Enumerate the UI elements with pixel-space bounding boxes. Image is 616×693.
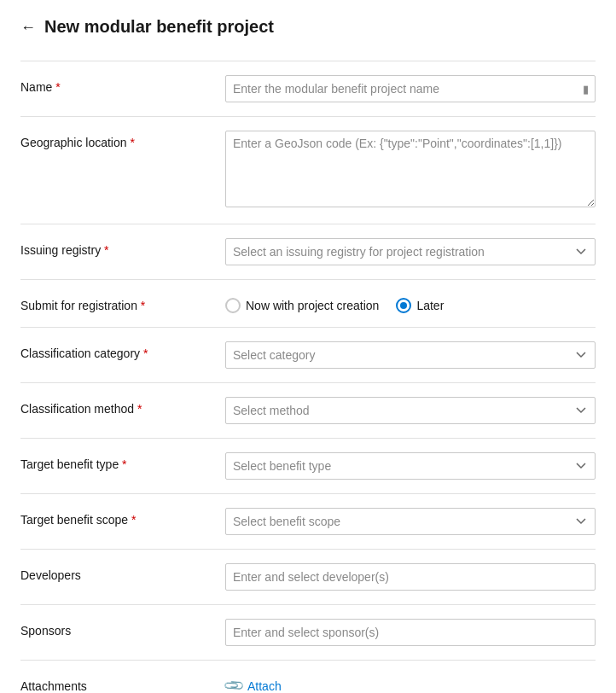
form: Name * ▮ Geographic location *: [20, 61, 596, 693]
classification-method-label: Classification method *: [20, 397, 225, 416]
geographic-required: *: [130, 136, 134, 149]
issuing-registry-row: Issuing registry * Select an issuing reg…: [20, 224, 596, 280]
page-title: New modular benefit project: [44, 17, 274, 37]
classification-category-row: Classification category * Select categor…: [20, 328, 596, 383]
name-label: Name *: [20, 75, 225, 94]
target-benefit-scope-control: Select benefit scope: [225, 508, 596, 535]
submit-registration-control: Now with project creation Later: [225, 294, 596, 313]
back-button[interactable]: ←: [20, 20, 36, 35]
radio-later-label: Later: [416, 299, 444, 312]
sponsors-label: Sponsors: [20, 619, 225, 638]
classification-category-control: Select category: [225, 341, 596, 369]
issuing-registry-control: Select an issuing registry for project r…: [225, 238, 596, 265]
target-benefit-type-control: Select benefit type: [225, 452, 596, 480]
sponsors-control: [225, 619, 596, 646]
radio-now[interactable]: Now with project creation: [225, 298, 379, 313]
target-benefit-scope-row: Target benefit scope * Select benefit sc…: [20, 494, 596, 550]
classification-method-select[interactable]: Select method: [225, 397, 596, 424]
developers-row: Developers: [20, 550, 596, 605]
attach-button[interactable]: Attach: [247, 679, 282, 693]
submit-required: *: [141, 299, 145, 312]
radio-later-circle: [396, 298, 411, 313]
issuing-registry-select[interactable]: Select an issuing registry for project r…: [225, 238, 596, 265]
target-benefit-type-required: *: [122, 457, 126, 471]
name-control: ▮: [225, 75, 596, 102]
issuing-required: *: [104, 243, 108, 257]
sponsors-row: Sponsors: [20, 605, 596, 661]
sponsors-input[interactable]: [225, 619, 596, 646]
geographic-location-label: Geographic location *: [20, 131, 225, 149]
classification-category-required: *: [143, 346, 148, 360]
issuing-registry-label: Issuing registry *: [20, 238, 225, 257]
radio-now-circle: [225, 298, 241, 313]
geographic-location-input[interactable]: [225, 131, 596, 207]
classification-method-row: Classification method * Select method: [20, 383, 596, 439]
attachments-row: Attachments 📎 Attach: [20, 661, 596, 693]
geographic-control: [225, 131, 596, 210]
submit-registration-row: Submit for registration * Now with proje…: [20, 280, 596, 328]
submit-registration-label: Submit for registration *: [20, 294, 225, 312]
radio-later[interactable]: Later: [396, 298, 444, 313]
classification-method-required: *: [137, 402, 142, 416]
target-benefit-scope-label: Target benefit scope *: [20, 508, 225, 527]
attach-row: 📎 Attach: [225, 674, 596, 693]
target-benefit-scope-required: *: [131, 513, 136, 527]
developers-label: Developers: [20, 563, 225, 582]
geographic-location-row: Geographic location *: [20, 117, 596, 224]
classification-category-label: Classification category *: [20, 341, 225, 360]
name-input[interactable]: [225, 75, 596, 102]
attachments-control: 📎 Attach: [225, 674, 596, 693]
name-icon: ▮: [583, 83, 589, 96]
target-benefit-type-row: Target benefit type * Select benefit typ…: [20, 439, 596, 494]
radio-now-label: Now with project creation: [246, 299, 379, 312]
name-required: *: [55, 80, 60, 94]
target-benefit-type-label: Target benefit type *: [20, 452, 225, 471]
attach-icon: 📎: [222, 674, 246, 693]
developers-input[interactable]: [225, 563, 596, 591]
radio-group: Now with project creation Later: [225, 294, 596, 313]
target-benefit-scope-select[interactable]: Select benefit scope: [225, 508, 596, 535]
developers-control: [225, 563, 596, 591]
classification-method-control: Select method: [225, 397, 596, 424]
target-benefit-type-select[interactable]: Select benefit type: [225, 452, 596, 480]
classification-category-select[interactable]: Select category: [225, 341, 596, 369]
name-row: Name * ▮: [20, 61, 596, 117]
attachments-label: Attachments: [20, 674, 225, 693]
